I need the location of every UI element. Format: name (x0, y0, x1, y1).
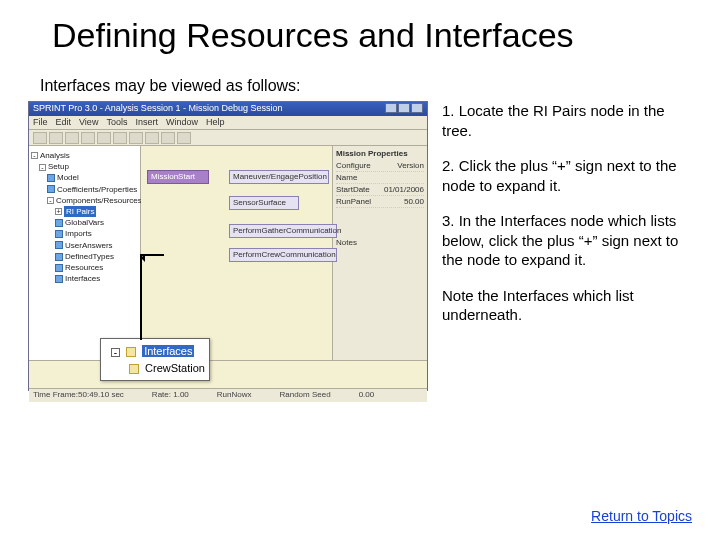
properties-header: Mission Properties (336, 149, 424, 158)
menu-file[interactable]: File (33, 117, 48, 128)
toolbar-button[interactable] (65, 132, 79, 144)
tree-node[interactable]: GlobalVars (65, 218, 104, 227)
callout-child-label[interactable]: CrewStation (145, 362, 205, 374)
tree-node[interactable]: Coefficients/Properties (57, 185, 137, 194)
step-note: Note the Interfaces which list underneat… (442, 286, 692, 325)
prop-key: Configure (336, 161, 371, 170)
toolbar-button[interactable] (97, 132, 111, 144)
toolbar-button[interactable] (81, 132, 95, 144)
tree-node[interactable]: Setup (48, 162, 69, 171)
toolbar-button[interactable] (33, 132, 47, 144)
toolbar-button[interactable] (113, 132, 127, 144)
toolbar-button[interactable] (145, 132, 159, 144)
item-icon (129, 364, 139, 374)
flow-block[interactable]: SensorSurface (229, 196, 299, 210)
toolbar-button[interactable] (161, 132, 175, 144)
flow-block[interactable]: PerformCrewCommunication (229, 248, 337, 262)
tree-node[interactable]: DefinedTypes (65, 252, 114, 261)
properties-panel: Mission Properties ConfigureVersion Name… (333, 146, 427, 360)
toolbar (29, 130, 427, 146)
tree-panel[interactable]: -Analysis -Setup Model Coefficients/Prop… (29, 146, 141, 360)
menu-window[interactable]: Window (166, 117, 198, 128)
node-icon (47, 174, 55, 182)
node-icon (55, 253, 63, 261)
node-icon (55, 230, 63, 238)
tree-node-ri-pairs[interactable]: RI Pairs (64, 206, 96, 217)
node-icon (47, 185, 55, 193)
lower-panel (29, 360, 427, 388)
status-item: Rate: 1.00 (152, 390, 189, 401)
callout-interfaces-label[interactable]: Interfaces (142, 345, 194, 357)
intro-text: Interfaces may be viewed as follows: (40, 77, 692, 95)
prop-key: Name (336, 173, 357, 182)
expand-icon[interactable]: - (31, 152, 38, 159)
return-to-topics-link[interactable]: Return to Topics (591, 508, 692, 524)
tree-node[interactable]: UserAnswers (65, 241, 113, 250)
node-icon (55, 219, 63, 227)
prop-val: Version (397, 161, 424, 170)
flow-block[interactable]: MissionStart (147, 170, 209, 184)
window-titlebar: SPRINT Pro 3.0 - Analysis Session 1 - Mi… (29, 102, 427, 116)
menubar: File Edit View Tools Insert Window Help (29, 116, 427, 130)
menu-view[interactable]: View (79, 117, 98, 128)
tree-node[interactable]: Resources (65, 263, 103, 272)
node-icon (55, 275, 63, 283)
step-2: 2. Click the plus “+” sign next to the n… (442, 156, 692, 195)
tree-node[interactable]: Analysis (40, 151, 70, 160)
page-title: Defining Resources and Interfaces (52, 16, 692, 55)
step-1: 1. Locate the RI Pairs node in the tree. (442, 101, 692, 140)
toolbar-button[interactable] (49, 132, 63, 144)
node-icon (55, 264, 63, 272)
close-icon[interactable] (411, 103, 423, 113)
status-item: Random Seed (279, 390, 330, 401)
prop-key: StartDate (336, 185, 370, 194)
menu-edit[interactable]: Edit (56, 117, 72, 128)
canvas-panel[interactable]: MissionStart Maneuver/EngagePosition Sen… (141, 146, 333, 360)
toolbar-button[interactable] (177, 132, 191, 144)
instruction-text: 1. Locate the RI Pairs node in the tree.… (442, 101, 692, 391)
tree-node[interactable]: Model (57, 173, 79, 182)
expand-icon[interactable]: - (39, 164, 46, 171)
folder-icon (126, 347, 136, 357)
prop-val: 50.00 (404, 197, 424, 206)
menu-insert[interactable]: Insert (135, 117, 158, 128)
menu-tools[interactable]: Tools (106, 117, 127, 128)
minimize-icon[interactable] (385, 103, 397, 113)
collapse-icon[interactable]: - (111, 348, 120, 357)
tree-node[interactable]: Interfaces (65, 274, 100, 283)
status-item: 0.00 (359, 390, 375, 401)
status-bar: Time Frame:50:49.10 sec Rate: 1.00 RunNo… (29, 388, 427, 402)
menu-help[interactable]: Help (206, 117, 225, 128)
callout-popup: - Interfaces CrewStation (100, 338, 210, 381)
app-screenshot: SPRINT Pro 3.0 - Analysis Session 1 - Mi… (28, 101, 428, 391)
window-title: SPRINT Pro 3.0 - Analysis Session 1 - Mi… (33, 103, 282, 115)
step-3: 3. In the Interfaces node which lists be… (442, 211, 692, 270)
tree-node[interactable]: Imports (65, 229, 92, 238)
expand-icon[interactable]: - (47, 197, 54, 204)
prop-key: RunPanel (336, 197, 371, 206)
expand-icon[interactable]: + (55, 208, 62, 215)
maximize-icon[interactable] (398, 103, 410, 113)
node-icon (55, 241, 63, 249)
flow-block[interactable]: PerformGatherCommunication (229, 224, 337, 238)
notes-label: Notes (336, 238, 424, 247)
flow-block[interactable]: Maneuver/EngagePosition (229, 170, 329, 184)
toolbar-button[interactable] (129, 132, 143, 144)
prop-val: 01/01/2006 (384, 185, 424, 194)
status-item: RunNowx (217, 390, 252, 401)
status-item: Time Frame:50:49.10 sec (33, 390, 124, 401)
